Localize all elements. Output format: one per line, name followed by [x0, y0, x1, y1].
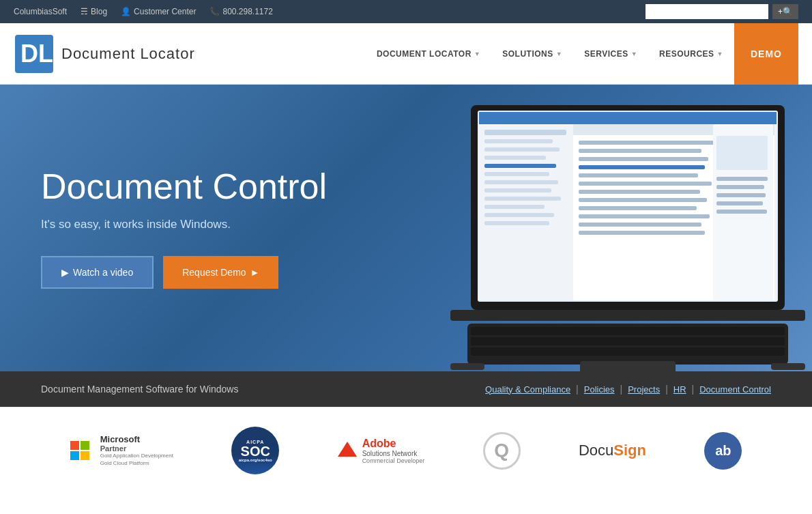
- nav-solutions-label: SOLUTIONS: [502, 49, 553, 59]
- nav-solutions[interactable]: SOLUTIONS ▼: [491, 23, 573, 85]
- request-demo-button[interactable]: Request Demo ►: [163, 256, 278, 289]
- chevron-down-icon: ▼: [556, 51, 562, 57]
- aicpa-bottom-label: aicpa.org/soc4so: [239, 458, 272, 462]
- svg-rect-38: [716, 210, 767, 214]
- quality-compliance-link[interactable]: Quality & Compliance: [485, 384, 570, 395]
- svg-rect-16: [484, 213, 554, 217]
- chevron-down-icon: ▼: [474, 51, 480, 57]
- top-bar-right: +🔍: [646, 4, 798, 19]
- microsoft-label: Microsoft: [100, 434, 173, 444]
- top-bar: ColumbiasSoft ☴ Blog 👤 Customer Center 📞…: [0, 0, 812, 23]
- customer-center-link[interactable]: 👤 Customer Center: [121, 7, 196, 16]
- svg-rect-24: [579, 173, 698, 177]
- logo-text: Document Locator: [61, 45, 195, 63]
- logo-link[interactable]: DL Document Locator: [14, 33, 195, 74]
- user-icon: 👤: [121, 7, 131, 16]
- top-bar-left: ColumbiasSoft ☴ Blog 👤 Customer Center 📞…: [14, 7, 273, 16]
- hero-laptop-image: [430, 91, 812, 371]
- svg-rect-39: [450, 310, 805, 321]
- partner-label: Partner: [100, 444, 173, 453]
- adobe-label: Adobe: [362, 438, 425, 450]
- svg-rect-13: [484, 188, 551, 192]
- request-demo-label: Request Demo: [182, 267, 246, 278]
- svg-rect-43: [471, 347, 785, 356]
- svg-rect-22: [579, 157, 708, 161]
- svg-rect-21: [579, 149, 701, 153]
- ab-text: ab: [715, 443, 731, 459]
- svg-rect-29: [579, 214, 710, 218]
- adobe-partner: Adobe Solutions Network Commercial Devel…: [338, 438, 425, 464]
- ms-blue-square: [70, 451, 79, 460]
- nav-services[interactable]: SERVICES ▼: [573, 23, 648, 85]
- nav-resources[interactable]: RESOURCES ▼: [648, 23, 734, 85]
- svg-rect-44: [580, 361, 676, 371]
- search-icon: +🔍: [778, 7, 793, 16]
- svg-rect-47: [771, 363, 805, 370]
- phone-link[interactable]: 📞 800.298.1172: [209, 7, 272, 16]
- rss-icon: ☴: [81, 7, 88, 16]
- hr-link[interactable]: HR: [673, 384, 686, 395]
- hero-content: Document Control It's so easy, it works …: [41, 167, 327, 288]
- adobe-triangle-icon: [338, 442, 357, 457]
- adobe-text-block: Adobe Solutions Network Commercial Devel…: [362, 438, 425, 464]
- chevron-down-icon: ▼: [717, 51, 723, 57]
- svg-text:DL: DL: [20, 40, 53, 68]
- svg-rect-46: [450, 363, 484, 370]
- adobe-commercial-label: Commercial Developer: [362, 457, 425, 464]
- ms-yellow-square: [81, 451, 89, 460]
- document-control-link[interactable]: Document Control: [699, 384, 771, 395]
- nav-resources-label: RESOURCES: [659, 49, 714, 59]
- projects-link[interactable]: Projects: [628, 384, 660, 395]
- svg-rect-9: [484, 156, 546, 160]
- microsoft-logo-grid: [70, 441, 89, 460]
- adobe-solutions-label: Solutions Network: [362, 450, 425, 457]
- svg-rect-41: [471, 327, 785, 335]
- svg-rect-33: [716, 136, 768, 170]
- bottom-bar-links: Quality & Compliance | Policies | Projec…: [485, 384, 771, 395]
- search-button[interactable]: +🔍: [772, 4, 798, 19]
- svg-rect-10: [484, 164, 556, 168]
- svg-rect-8: [484, 147, 560, 152]
- adobe-logo-row: Adobe Solutions Network Commercial Devel…: [338, 438, 425, 464]
- policies-link[interactable]: Policies: [584, 384, 615, 395]
- hero-subtitle: It's so easy, it works inside Windows.: [41, 218, 327, 231]
- svg-rect-17: [484, 221, 549, 225]
- separator-1: |: [576, 384, 579, 395]
- svg-rect-36: [716, 193, 766, 197]
- search-input[interactable]: [646, 4, 768, 19]
- nav-demo-label: DEMO: [751, 48, 782, 59]
- hero-title: Document Control: [41, 167, 327, 206]
- watch-video-label: Watch a video: [73, 267, 133, 278]
- separator-2: |: [620, 384, 623, 395]
- microsoft-text: Microsoft Partner Gold Application Devel…: [100, 434, 173, 467]
- nav-bar: DL Document Locator DOCUMENT LOCATOR ▼ S…: [0, 23, 812, 85]
- svg-rect-23: [579, 165, 705, 169]
- svg-rect-31: [579, 231, 705, 235]
- columbiasoft-link[interactable]: ColumbiasSoft: [14, 7, 67, 16]
- ab-circle-logo: ab: [704, 432, 742, 470]
- docusign-logo: DocuSign: [579, 442, 646, 459]
- laptop-svg: [430, 91, 812, 371]
- svg-rect-11: [484, 172, 549, 176]
- customer-center-label: Customer Center: [134, 7, 196, 16]
- q1-logo: Q: [483, 432, 521, 470]
- svg-rect-5: [479, 112, 777, 124]
- hero-buttons: ▶ Watch a video Request Demo ►: [41, 256, 327, 289]
- svg-rect-26: [579, 190, 700, 194]
- nav-demo[interactable]: DEMO: [734, 23, 798, 85]
- phone-number: 800.298.1172: [222, 7, 272, 16]
- sign-text: Sign: [613, 442, 646, 459]
- svg-rect-12: [484, 180, 558, 184]
- q1-text: Q: [494, 440, 509, 461]
- partner-subtitle: Gold Application DevelopmentGold Cloud P…: [100, 453, 173, 467]
- blog-label: Blog: [91, 7, 107, 16]
- blog-link[interactable]: ☴ Blog: [81, 7, 107, 16]
- aicpa-badge: AICPA SOC aicpa.org/soc4so: [231, 427, 279, 474]
- svg-rect-30: [579, 223, 701, 227]
- phone-icon: 📞: [209, 7, 220, 16]
- watch-video-button[interactable]: ▶ Watch a video: [41, 256, 154, 289]
- separator-3: |: [665, 384, 668, 395]
- nav-document-locator[interactable]: DOCUMENT LOCATOR ▼: [366, 23, 491, 85]
- svg-rect-35: [716, 185, 764, 189]
- separator-4: |: [692, 384, 695, 395]
